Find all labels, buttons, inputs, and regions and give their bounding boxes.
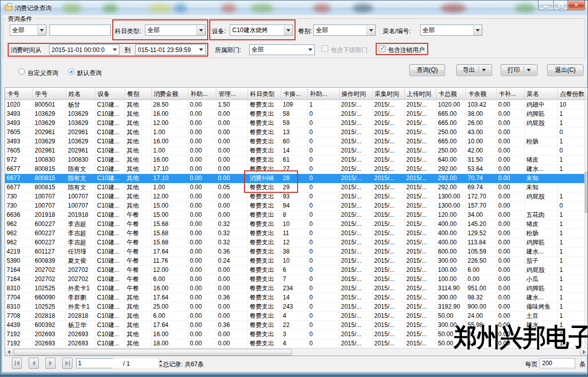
include-cancelled-checkbox[interactable] [379, 45, 385, 52]
table-cell: 1 [558, 156, 584, 165]
column-header[interactable]: 学号 [33, 88, 66, 99]
table-row[interactable]: 3493103629103629C10建...其他16.000.000.00餐费… [5, 137, 584, 146]
exit-button[interactable]: 退出(C) [547, 64, 583, 76]
spin-down-button[interactable] [159, 363, 162, 368]
table-cell: 0.00 [216, 110, 248, 119]
department-combo[interactable]: 全部 [249, 44, 315, 55]
table-row[interactable]: 7708202818202818C10建...其他6.000.000.00餐费支… [5, 312, 584, 321]
column-header[interactable]: 卡总额 [436, 88, 466, 99]
first-page-button[interactable] [12, 358, 22, 369]
table-row[interactable]: 6677800815陈有文C10建...其他1.000.000.05餐费支出29… [5, 183, 584, 192]
table-row[interactable]: 1020800501杨甘C10建...其他28.500.001.50餐费支出10… [5, 100, 584, 110]
table-cell: 202961 [33, 146, 66, 156]
table-row[interactable]: 6677800815陈有文C10建...其他17.100.000.00餐费支出2… [5, 165, 584, 174]
table-row[interactable]: 5390600839夏文俊C10建...午餐11.760.000.24餐费支出1… [5, 257, 584, 266]
vertical-scrollbar[interactable] [584, 100, 588, 348]
table-row[interactable]: 3493103629103629C10建...其他12.000.000.00餐费… [5, 119, 584, 128]
column-header[interactable]: 卡操... [281, 88, 308, 99]
scroll-left-button[interactable] [5, 348, 13, 356]
table-cell: 2015/... [339, 257, 373, 266]
table-cell: C10建... [95, 156, 125, 165]
maximize-button[interactable] [553, 1, 568, 10]
table-row[interactable]: 7605202961202961C10建...其他1.000.000.00餐费支… [5, 146, 584, 156]
table-row[interactable]: 7192202693202693C10建...其他16.000.000.00餐费… [5, 330, 584, 339]
table-row[interactable]: 7704660090李群鹏C10建...其他17.640.000.36餐费支出1… [5, 293, 584, 303]
table-cell: 4 [281, 339, 308, 348]
table-row[interactable]: 962600227李吉超C10建...午餐15.680.000.32餐费支出11… [5, 229, 584, 238]
table-row[interactable]: 6636201918201918C10建...午餐15.000.000.00餐费… [5, 211, 584, 220]
column-header[interactable]: 菜名 [525, 88, 558, 99]
table-row[interactable]: 730100707100707C10建...其他12.000.000.00餐费支… [5, 192, 584, 202]
vertical-scrollbar-thumb[interactable] [585, 172, 588, 213]
table-row[interactable]: 8310102525外卖卡1C10建...午餐16.000.000.00餐费支出… [5, 284, 584, 293]
table-row[interactable]: 4219601127任玥瑾C10建...午餐17.640.000.36餐费支出3… [5, 247, 584, 257]
minimize-button[interactable] [538, 1, 553, 10]
custom-query-radio[interactable] [18, 68, 25, 75]
table-cell: 800501 [33, 100, 66, 110]
table-row[interactable]: 730100707100707C10建...其他15.000.000.00餐费支… [5, 202, 584, 211]
column-header[interactable]: 卡补... [497, 88, 525, 99]
card-type-combo[interactable]: 全部 [10, 24, 46, 36]
maximize-icon [558, 3, 564, 8]
device-combo[interactable]: C10建水烧烤 [230, 24, 293, 36]
default-query-radio[interactable] [68, 68, 75, 75]
table-row[interactable]: 962600227李吉超C10建...午餐15.680.000.32餐费支出12… [5, 238, 584, 247]
subject-type-combo[interactable]: 全部 [145, 24, 206, 36]
column-header[interactable]: 操作时间 [339, 88, 373, 99]
next-page-button[interactable] [45, 358, 56, 369]
export-button[interactable]: 导出 [456, 64, 492, 76]
column-header[interactable]: 补助... [308, 88, 339, 99]
page-number-input[interactable] [77, 359, 159, 368]
table-cell: 400.00 [436, 238, 466, 247]
table-row[interactable]: 7164202702202702C10建...午餐12.000.000.00餐费… [5, 266, 584, 275]
print-button[interactable]: 打印 [501, 64, 537, 76]
card-number-input[interactable] [50, 24, 111, 36]
table-cell: 962 [5, 220, 33, 229]
horizontal-scrollbar[interactable] [5, 348, 588, 356]
column-header[interactable]: 科目类型 [248, 88, 281, 99]
table-cell: 202693 [66, 339, 95, 348]
include-sub-dept-checkbox[interactable] [322, 45, 328, 52]
column-header[interactable]: 设备 [95, 88, 125, 99]
per-page-input[interactable] [540, 358, 575, 368]
table-row[interactable]: 3493103629103629C10建...其他16.000.000.00餐费… [5, 110, 584, 119]
time-from-picker[interactable]: 2015-11-01 00:00:0 [49, 44, 119, 55]
column-header[interactable]: 点餐份数 [558, 88, 585, 99]
time-to-picker[interactable]: 015-11-01 23:59:59 [135, 44, 206, 55]
column-header[interactable]: 管理... [216, 88, 248, 99]
column-header[interactable]: 卡余额 [466, 88, 497, 99]
table-cell: 292.00 [436, 165, 466, 174]
query-button[interactable]: 查询(Q) [409, 64, 445, 76]
button-separator [479, 66, 479, 74]
include-cancelled-label: 包含注销用户 [388, 46, 425, 55]
table-row[interactable]: 6677800815陈有文C10建...其他17.100.000.00消费纠错2… [5, 174, 584, 183]
column-header[interactable]: 采集时间 [373, 88, 405, 99]
desktop-blur-blob [440, 4, 466, 13]
close-button[interactable]: ✕ [568, 1, 585, 10]
table-cell: 0.36 [216, 247, 248, 257]
table-row[interactable]: 4439600392杨卫华C10建...其他17.640.000.36餐费支出2… [5, 321, 584, 330]
table-row[interactable]: 7192202693202693C10建...其他18.000.000.00餐费… [5, 339, 584, 348]
horizontal-scrollbar-thumb[interactable] [14, 349, 292, 356]
spin-up-button[interactable] [159, 359, 162, 363]
table-cell: 0 [558, 202, 584, 211]
table-cell: 105.59 [466, 247, 497, 257]
column-header[interactable]: 补助... [188, 88, 216, 99]
table-row[interactable]: 962600227李吉超C10建...午餐15.680.000.32餐费支出10… [5, 220, 584, 229]
table-row[interactable]: 972100830100830C10建...其他16.000.000.00餐费支… [5, 156, 584, 165]
last-page-button[interactable] [62, 358, 72, 369]
table-row[interactable]: 7605202961202961C10建...其他1.000.000.00餐费支… [5, 128, 584, 137]
scroll-right-button[interactable] [580, 348, 588, 356]
dish-name-combo[interactable]: 全部 [420, 24, 482, 36]
table-cell: 0 [308, 165, 339, 174]
column-header[interactable]: 上传时间 [405, 88, 436, 99]
column-header[interactable]: 餐别 [125, 88, 152, 99]
table-row[interactable]: 7164202702202702C10建...午餐6.000.000.00餐费支… [5, 275, 584, 284]
table-cell: 餐费支出 [248, 128, 281, 137]
column-header[interactable]: 消费金额 [152, 88, 188, 99]
previous-page-button[interactable] [29, 358, 39, 369]
table-row[interactable]: 8310102525外卖卡1C10建...其他25.000.000.00餐费支出… [5, 303, 584, 312]
column-header[interactable]: 姓名 [66, 88, 95, 99]
column-header[interactable]: 卡号 [5, 88, 33, 99]
meal-combo[interactable]: 全部 [313, 24, 376, 36]
